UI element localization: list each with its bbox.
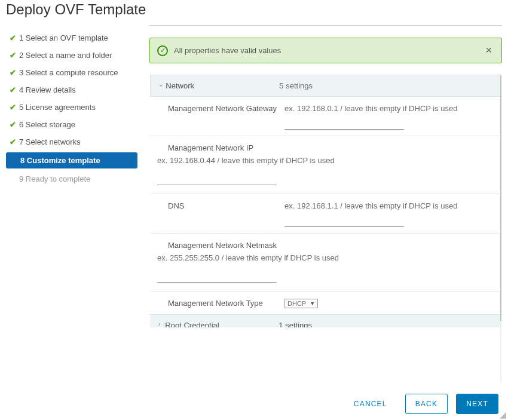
prop-help-netmask: ex. 255.255.255.0 / leave this empty if … [157, 250, 473, 262]
check-icon: ✔ [10, 33, 19, 42]
prop-label-dns: DNS [168, 201, 284, 210]
prop-label-ip: Management Network IP [168, 143, 284, 152]
ip-input-wrap [157, 165, 277, 185]
check-icon: ✔ [10, 103, 19, 112]
step-name-folder[interactable]: ✔ 2 Select a name and folder [6, 48, 137, 62]
section-title: Network [166, 81, 279, 90]
scrollbar[interactable] [500, 75, 502, 383]
dialog-title: Deploy OVF Template [0, 0, 508, 25]
netmask-input-wrap [157, 262, 277, 283]
scrollbar-thumb[interactable] [500, 75, 502, 321]
step-label: 3 Select a compute resource [19, 68, 118, 77]
divider [149, 25, 502, 26]
prop-label-gateway: Management Network Gateway [168, 104, 284, 113]
step-label: 5 License agreements [19, 103, 96, 112]
section-title: Root Credential [165, 321, 279, 327]
prop-help-gateway: ex. 192.168.0.1 / leave this empty if DH… [284, 104, 483, 130]
section-network-header[interactable]: › Network 5 settings [150, 75, 501, 97]
step-label: 8 Customize template [20, 156, 100, 165]
chevron-right-icon: › [158, 321, 160, 327]
step-select-storage[interactable]: ✔ 6 Select storage [6, 118, 137, 131]
check-icon: ✔ [10, 51, 19, 60]
resize-grip-icon[interactable]: ◢ [500, 412, 507, 419]
step-customize-template[interactable]: ✔ 8 Customize template [6, 152, 137, 168]
step-label: 4 Review details [19, 85, 76, 94]
prop-row-dns: DNS ex. 192.168.1.1 / leave this empty i… [150, 194, 501, 234]
validation-alert: ✓ All properties have valid values × [149, 38, 502, 63]
step-label: 7 Select networks [19, 137, 81, 146]
prop-label-netmask: Management Network Netmask [168, 241, 284, 250]
help-text: ex. 192.168.1.1 / leave this empty if DH… [284, 201, 458, 210]
chevron-down-icon: ▼ [310, 301, 315, 306]
nettype-select[interactable]: DHCP ▼ [284, 299, 318, 308]
alert-text: All properties have valid values [174, 46, 483, 55]
prop-row-gateway: Management Network Gateway ex. 192.168.0… [150, 97, 501, 136]
section-count: 5 settings [279, 81, 313, 90]
wizard-main: ✓ All properties have valid values × › N… [143, 25, 508, 384]
prop-help-ip: ex. 192.168.0.44 / leave this empty if D… [157, 152, 473, 165]
prop-row-nettype: Management Network Type DHCP ▼ [150, 292, 501, 314]
section-count: 1 settings [279, 321, 312, 327]
check-icon: ✔ [10, 68, 19, 77]
wizard-footer: CANCEL BACK NEXT [344, 394, 498, 414]
check-icon: ✔ [10, 120, 19, 129]
step-select-networks[interactable]: ✔ 7 Select networks [6, 135, 137, 149]
prop-row-ip: Management Network IP ex. 192.168.0.44 /… [150, 136, 501, 185]
chevron-down-icon: › [155, 85, 164, 87]
cancel-button[interactable]: CANCEL [344, 394, 397, 413]
close-icon[interactable]: × [483, 44, 494, 57]
prop-help-dns: ex. 192.168.1.1 / leave this empty if DH… [284, 201, 483, 227]
prop-value-nettype: DHCP ▼ [284, 299, 483, 308]
ip-input[interactable] [157, 174, 277, 185]
step-label: 9 Ready to complete [19, 174, 90, 183]
gateway-input[interactable] [284, 119, 404, 130]
success-icon: ✓ [157, 45, 168, 56]
select-value: DHCP [287, 300, 310, 307]
step-label: 2 Select a name and folder [19, 51, 112, 60]
dns-input[interactable] [284, 216, 404, 227]
section-root-header[interactable]: › Root Credential 1 settings [150, 314, 501, 327]
prop-label-nettype: Management Network Type [168, 299, 284, 308]
prop-row-netmask: Management Network Netmask ex. 255.255.2… [150, 234, 501, 283]
wizard-container: ✔ 1 Select an OVF template ✔ 2 Select a … [0, 25, 508, 384]
step-ready-complete: ✔ 9 Ready to complete [6, 172, 137, 186]
step-license-agreements[interactable]: ✔ 5 License agreements [6, 100, 137, 114]
step-select-ovf[interactable]: ✔ 1 Select an OVF template [6, 31, 137, 45]
help-text: ex. 192.168.0.1 / leave this empty if DH… [284, 104, 458, 113]
step-label: 1 Select an OVF template [19, 33, 108, 42]
step-compute-resource[interactable]: ✔ 3 Select a compute resource [6, 66, 137, 79]
next-button[interactable]: NEXT [456, 394, 498, 414]
check-icon: ✔ [10, 137, 19, 146]
step-review-details[interactable]: ✔ 4 Review details [6, 83, 137, 97]
netmask-input[interactable] [157, 272, 277, 283]
check-icon: ✔ [10, 85, 19, 94]
step-label: 6 Select storage [19, 120, 75, 129]
wizard-sidebar: ✔ 1 Select an OVF template ✔ 2 Select a … [0, 25, 143, 384]
content-scroll: › Network 5 settings Management Network … [149, 74, 502, 384]
back-button[interactable]: BACK [405, 394, 448, 414]
